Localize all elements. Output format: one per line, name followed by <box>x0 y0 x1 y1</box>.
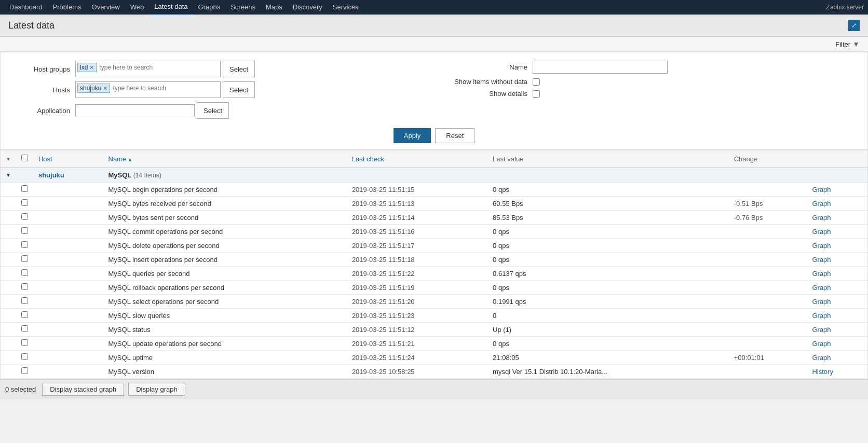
row-link-anchor-1[interactable]: Graph <box>812 200 831 207</box>
row-link-anchor-6[interactable]: Graph <box>812 270 831 278</box>
row-link-anchor-8[interactable]: Graph <box>812 298 831 306</box>
row-link-4[interactable]: Graph <box>807 239 867 253</box>
row-link-anchor-9[interactable]: Graph <box>812 312 831 320</box>
row-link-11[interactable]: Graph <box>807 337 867 351</box>
row-link-anchor-5[interactable]: Graph <box>812 256 831 264</box>
row-check-6[interactable] <box>21 269 28 276</box>
row-link-6[interactable]: Graph <box>807 267 867 281</box>
col-host[interactable]: Host <box>33 150 103 168</box>
row-link-9[interactable]: Graph <box>807 309 867 323</box>
row-checkbox-8[interactable] <box>16 295 33 309</box>
display-stacked-graph-button[interactable]: Display stacked graph <box>42 383 124 396</box>
row-checkbox-0[interactable] <box>16 183 33 197</box>
row-check-5[interactable] <box>21 255 28 262</box>
row-link-8[interactable]: Graph <box>807 295 867 309</box>
row-checkbox-11[interactable] <box>16 337 33 351</box>
row-checkbox-12[interactable] <box>16 351 33 365</box>
row-checkbox-4[interactable] <box>16 239 33 253</box>
nav-web[interactable]: Web <box>125 0 150 15</box>
row-link-anchor-10[interactable]: Graph <box>812 326 831 334</box>
table-row: MySQL status 2019-03-25 11:51:12 Up (1) … <box>1 323 867 337</box>
row-link-anchor-7[interactable]: Graph <box>812 284 831 292</box>
row-check-1[interactable] <box>21 199 28 206</box>
col-last-check[interactable]: Last check <box>347 150 487 168</box>
nav-discovery[interactable]: Discovery <box>288 0 328 15</box>
name-input[interactable] <box>533 61 668 74</box>
row-check-12[interactable] <box>21 353 28 360</box>
table-row: MySQL bytes sent per second 2019-03-25 1… <box>1 211 867 225</box>
row-checkbox-9[interactable] <box>16 309 33 323</box>
col-select-all[interactable] <box>16 150 33 168</box>
row-link-7[interactable]: Graph <box>807 281 867 295</box>
row-checkbox-7[interactable] <box>16 281 33 295</box>
row-link-5[interactable]: Graph <box>807 253 867 267</box>
col-name[interactable]: Name▲ <box>103 150 347 168</box>
row-link-2[interactable]: Graph <box>807 211 867 225</box>
row-expand-0 <box>1 183 16 197</box>
nav-screens[interactable]: Screens <box>225 0 261 15</box>
host-groups-tag-remove[interactable]: ✕ <box>89 64 94 71</box>
display-graph-button[interactable]: Display graph <box>128 383 185 396</box>
row-check-13[interactable] <box>21 367 28 374</box>
row-link-10[interactable]: Graph <box>807 323 867 337</box>
row-link-anchor-3[interactable]: Graph <box>812 228 831 236</box>
apply-button[interactable]: Apply <box>394 128 431 143</box>
nav-services[interactable]: Services <box>328 0 364 15</box>
row-check-3[interactable] <box>21 227 28 234</box>
host-groups-select-button[interactable]: Select <box>223 61 255 77</box>
reset-button[interactable]: Reset <box>435 128 474 143</box>
row-link-anchor-12[interactable]: Graph <box>812 354 831 362</box>
row-link-12[interactable]: Graph <box>807 351 867 365</box>
row-checkbox-3[interactable] <box>16 225 33 239</box>
nav-latest-data[interactable]: Latest data <box>149 0 193 15</box>
row-link-anchor-13[interactable]: History <box>812 368 833 376</box>
show-items-label: Show items without data <box>444 78 527 86</box>
host-name[interactable]: shujuku <box>38 171 64 179</box>
nav-dashboard[interactable]: Dashboard <box>4 0 48 15</box>
nav-problems[interactable]: Problems <box>48 0 87 15</box>
row-link-1[interactable]: Graph <box>807 197 867 211</box>
application-select-button[interactable]: Select <box>197 102 229 119</box>
nav-overview[interactable]: Overview <box>87 0 125 15</box>
group-chevron[interactable]: ▼ <box>1 168 16 183</box>
select-all-checkbox[interactable] <box>21 155 28 161</box>
row-link-anchor-4[interactable]: Graph <box>812 242 831 250</box>
hosts-search[interactable] <box>112 84 195 93</box>
hosts-tag-remove[interactable]: ✕ <box>103 85 107 92</box>
row-check-8[interactable] <box>21 297 28 304</box>
nav-maps[interactable]: Maps <box>261 0 288 15</box>
hosts-input[interactable]: shujuku ✕ <box>75 81 221 98</box>
row-check-2[interactable] <box>21 213 28 220</box>
row-link-0[interactable]: Graph <box>807 183 867 197</box>
row-change-10 <box>729 323 807 337</box>
row-host-8 <box>33 295 103 309</box>
row-checkbox-10[interactable] <box>16 323 33 337</box>
row-check-9[interactable] <box>21 311 28 318</box>
row-checkbox-2[interactable] <box>16 211 33 225</box>
row-name-11: MySQL update operations per second <box>103 337 347 351</box>
host-groups-input[interactable]: lxd ✕ <box>75 61 221 77</box>
row-check-7[interactable] <box>21 283 28 290</box>
row-checkbox-5[interactable] <box>16 253 33 267</box>
row-checkbox-6[interactable] <box>16 267 33 281</box>
application-input[interactable] <box>75 104 195 117</box>
row-checkbox-13[interactable] <box>16 365 33 379</box>
row-check-11[interactable] <box>21 339 28 346</box>
show-details-checkbox[interactable] <box>533 90 540 98</box>
row-check-0[interactable] <box>21 185 28 192</box>
row-link-anchor-2[interactable]: Graph <box>812 214 831 222</box>
row-check-10[interactable] <box>21 325 28 332</box>
host-groups-search[interactable] <box>98 63 181 72</box>
hosts-select-button[interactable]: Select <box>223 81 255 98</box>
row-check-4[interactable] <box>21 241 28 248</box>
row-link-anchor-0[interactable]: Graph <box>812 186 831 193</box>
row-link-3[interactable]: Graph <box>807 225 867 239</box>
host-groups-tag: lxd ✕ <box>77 63 97 72</box>
row-checkbox-1[interactable] <box>16 197 33 211</box>
show-items-checkbox[interactable] <box>533 78 540 86</box>
expand-button[interactable]: ⤢ <box>848 20 860 31</box>
row-link-13[interactable]: History <box>807 365 867 379</box>
row-expand-10 <box>1 323 16 337</box>
row-link-anchor-11[interactable]: Graph <box>812 340 831 348</box>
nav-graphs[interactable]: Graphs <box>193 0 226 15</box>
